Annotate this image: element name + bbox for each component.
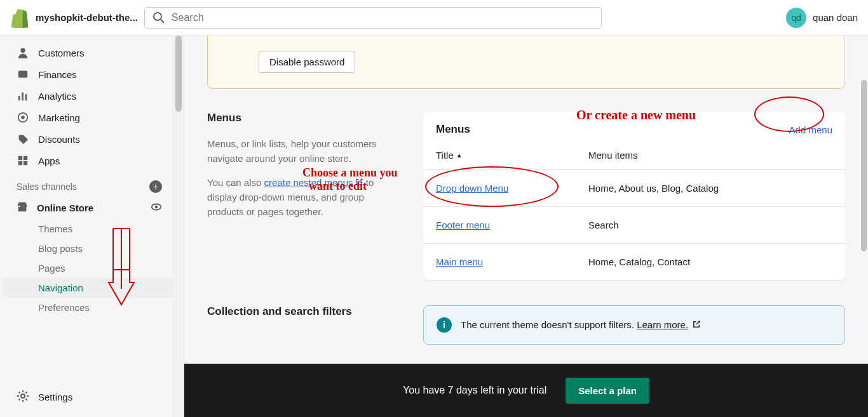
svg-rect-13 [18,207,27,211]
nav-settings[interactable]: Settings [0,385,172,409]
menus-description: Menus Menus, or link lists, help your cu… [207,112,398,280]
store-icon [17,201,28,215]
nav-apps[interactable]: Apps [0,150,184,171]
menu-link[interactable]: Drop down Menu [436,183,508,194]
svg-rect-5 [22,93,24,101]
learn-more-link[interactable]: Learn more. [637,319,688,330]
external-icon [355,176,363,191]
trial-bar: You have 7 days left in your trial Selec… [184,364,868,417]
nav-finances[interactable]: Finances [0,63,184,85]
svg-point-16 [21,394,25,398]
store-name: myshopkit-debut-the... [36,12,138,23]
add-channel-icon[interactable]: + [149,180,162,193]
table-row[interactable]: Drop down Menu Home, About us, Blog, Cat… [423,169,845,206]
main-scrollbar[interactable] [859,36,868,364]
svg-rect-6 [25,94,27,100]
search-input[interactable] [172,12,593,23]
username: quan doan [813,12,858,23]
sub-preferences[interactable]: Preferences [0,298,179,317]
svg-rect-10 [24,156,27,160]
add-menu-link[interactable]: Add menu [789,124,832,135]
nav-online-store[interactable]: Online Store [0,197,184,219]
menus-desc: Menus, or link lists, help your customer… [207,137,398,166]
menus-heading: Menus [207,112,398,124]
person-icon [17,46,29,59]
menus-card-title: Menus [436,123,470,136]
sub-pages[interactable]: Pages [0,258,179,278]
menus-desc2: You can also create nested menus to disp… [207,176,398,219]
apps-icon [17,154,29,167]
discounts-icon [17,133,29,145]
select-plan-button[interactable]: Select a plan [566,378,649,404]
avatar: qd [786,8,806,28]
svg-rect-12 [24,161,27,165]
sidebar-scrollbar[interactable] [172,36,184,417]
menu-items-text: Home, Catalog, Contact [588,256,690,267]
password-banner: Disable password [207,36,845,89]
svg-rect-4 [18,96,20,100]
table-header: Title ▲ Menu items [423,141,845,169]
search-box[interactable] [144,7,602,29]
menu-items-text: Home, About us, Blog, Catalog [588,183,719,194]
table-row[interactable]: Main menu Home, Catalog, Contact [423,243,845,280]
analytics-icon [17,89,29,102]
nav-section-sales: Sales channels + [0,171,184,197]
filters-info-banner: i The current theme doesn't support filt… [423,305,845,345]
search-icon [153,11,165,24]
gear-icon [17,390,29,404]
svg-rect-11 [18,161,22,165]
sub-blog-posts[interactable]: Blog posts [0,239,179,258]
marketing-icon [17,111,29,124]
nav-customers[interactable]: Customers [0,42,184,63]
svg-point-8 [21,116,24,119]
menus-card: Menus Add menu Title ▲ Menu items Drop d… [423,112,845,280]
svg-point-0 [154,13,161,20]
user-block[interactable]: qd quan doan [786,8,858,28]
svg-line-1 [161,20,164,23]
eye-icon[interactable] [151,201,162,215]
sub-navigation[interactable]: Navigation [3,278,179,298]
sidebar-scrollbar-thumb[interactable] [175,36,182,112]
menu-link[interactable]: Main menu [436,256,483,267]
svg-rect-9 [18,156,22,160]
svg-point-15 [155,206,158,209]
shopify-logo [10,8,28,28]
finances-icon [17,68,29,81]
nav-marketing[interactable]: Marketing [0,107,184,128]
nav-analytics[interactable]: Analytics [0,85,184,107]
main-scrollbar-thumb[interactable] [861,80,867,251]
topbar: myshopkit-debut-the... qd quan doan [0,0,868,36]
menu-items-text: Search [588,220,619,230]
menu-link[interactable]: Footer menu [436,220,490,230]
svg-rect-3 [18,71,27,78]
sidebar: Customers Finances Analytics Marketing D… [0,36,184,417]
filters-description: Collection and search filters [207,305,398,345]
svg-point-2 [20,48,25,53]
disable-password-button[interactable]: Disable password [259,51,355,73]
filters-heading: Collection and search filters [207,305,398,318]
nested-menus-link[interactable]: create nested menus [264,177,353,188]
nav-discounts[interactable]: Discounts [0,128,184,150]
search-wrap [144,7,602,29]
sub-themes[interactable]: Themes [0,219,179,239]
main-content: Disable password Menus Menus, or link li… [184,36,868,417]
sort-caret-icon: ▲ [456,152,463,159]
col-items: Menu items [588,150,638,161]
col-title[interactable]: Title ▲ [436,150,588,161]
table-row[interactable]: Footer menu Search [423,206,845,243]
external-icon [692,320,701,331]
info-icon: i [437,317,452,333]
trial-text: You have 7 days left in your trial [403,385,546,396]
